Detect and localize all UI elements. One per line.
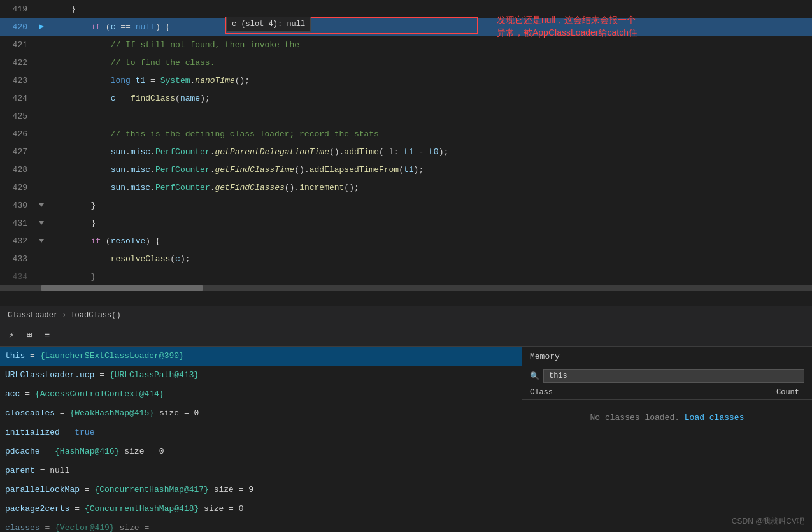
line-number: 428 (0, 165, 35, 175)
var-item-ucp[interactable]: URLClassLoader.ucp = {URLClassPath@413} (0, 366, 522, 385)
code-editor: 419 } 420 if (c == null) { c (slot_4): n… (0, 0, 812, 306)
line-number: 420 (0, 22, 35, 32)
memory-no-classes-text: No classes loaded. Load classes (522, 400, 812, 435)
arrow-icon (38, 23, 45, 31)
var-name: package2certs (5, 504, 69, 514)
var-value: = {ConcurrentHashMap@417} (85, 485, 209, 494)
code-lines: 419 } 420 if (c == null) { c (slot_4): n… (0, 0, 812, 285)
code-line-428: 428 sun.misc.PerfCounter.getFindClassTim… (0, 161, 812, 178)
line-number: 427 (0, 147, 35, 157)
var-value: = {ConcurrentHashMap@418} (75, 504, 199, 514)
fold-icon (38, 201, 45, 209)
line-number: 433 (0, 254, 35, 264)
line-number: 430 (0, 201, 35, 210)
var-item-parallellockmap[interactable]: parallelLockMap = {ConcurrentHashMap@417… (0, 480, 522, 500)
var-item-acc[interactable]: acc = {AccessControlContext@414} (0, 385, 522, 404)
line-number: 429 (0, 183, 35, 192)
var-value: = {Vector@419} (45, 523, 114, 532)
var-value: = {WeakHashMap@415} (60, 408, 154, 418)
memory-col-count: Count (753, 388, 804, 397)
var-value: = {AccessControlContext@414} (25, 389, 164, 399)
svg-marker-2 (39, 221, 44, 225)
memory-search-row: 🔍 (522, 366, 812, 385)
var-null: null (50, 466, 69, 475)
var-item-classes[interactable]: classes = {Vector@419} size = (0, 519, 522, 532)
var-size: size = 0 (204, 504, 243, 514)
chinese-annotation: 发现它还是null，这会结来会报一个 异常，被AppClassLoader给ca… (497, 14, 637, 39)
code-line-424: 424 c = findClass(name); (0, 89, 812, 107)
var-name: this (5, 351, 25, 361)
line-number: 424 (0, 94, 35, 103)
line-content: } (48, 4, 812, 14)
var-item-this[interactable]: this = {Launcher$ExtClassLoader@390} (0, 347, 522, 366)
var-name: URLClassLoader.ucp (5, 370, 94, 380)
line-content: sun.misc.PerfCounter.getFindClasses().in… (48, 183, 812, 192)
memory-title: Memory (530, 352, 560, 361)
line-number: 419 (0, 4, 35, 14)
line-content: } (48, 272, 812, 282)
code-line-426: 426 // this is the defining class loader… (0, 125, 812, 143)
line-number: 434 (0, 272, 35, 282)
code-line-420: 420 if (c == null) { (0, 18, 812, 36)
line-content: if (resolve) { (48, 236, 812, 246)
breadcrumb-class: ClassLoader (8, 311, 58, 320)
line-content: if (c == null) { (48, 22, 812, 32)
line-number: 422 (0, 58, 35, 68)
var-item-pdcache[interactable]: pdcache = {HashMap@416} size = 0 (0, 442, 522, 461)
list-icon[interactable]: ≡ (41, 329, 53, 341)
line-number: 426 (0, 129, 35, 139)
code-scrollbar[interactable] (0, 285, 812, 291)
var-item-package2certs[interactable]: package2certs = {ConcurrentHashMap@418} … (0, 500, 522, 519)
line-content: // to find the class. (48, 58, 812, 68)
var-size: size = 0 (159, 408, 199, 418)
svg-marker-0 (39, 24, 44, 29)
line-gutter (35, 23, 48, 31)
panel-content: this = {Launcher$ExtClassLoader@390} URL… (0, 347, 812, 532)
code-scrollbar-thumb[interactable] (41, 285, 203, 291)
code-line-433: 433 resolveClass(c); (0, 250, 812, 268)
code-line-425: 425 (0, 107, 812, 125)
var-name: classes (5, 523, 40, 532)
line-gutter (35, 219, 48, 227)
memory-search-input[interactable] (543, 369, 804, 383)
code-line-434: 434 } (0, 268, 812, 285)
code-line-431: 431 } (0, 214, 812, 232)
var-equals: = (65, 428, 75, 437)
line-number: 425 (0, 111, 35, 121)
var-name: parent (5, 466, 35, 475)
debug-icon[interactable]: ⚡ (5, 329, 18, 341)
line-content: // this is the defining class loader; re… (48, 129, 812, 139)
var-size: size = 0 (124, 447, 164, 456)
line-number: 432 (0, 236, 35, 246)
load-classes-link[interactable]: Load classes (685, 413, 744, 422)
var-value: = {HashMap@416} (45, 447, 119, 456)
code-line-432: 432 if (resolve) { (0, 232, 812, 250)
var-item-closeables[interactable]: closeables = {WeakHashMap@415} size = 0 (0, 404, 522, 423)
var-item-initialized[interactable]: initialized = true (0, 423, 522, 442)
code-line-427: 427 sun.misc.PerfCounter.getParentDelega… (0, 143, 812, 161)
code-line-421: 421 // If still not found, then invoke t… (0, 36, 812, 54)
line-content: // If still not found, then invoke the (48, 40, 812, 50)
var-size: size = (119, 523, 149, 532)
var-bool: true (75, 428, 94, 437)
var-value: = (40, 466, 50, 475)
no-classes-label: No classes loaded. (590, 413, 680, 422)
line-number: 431 (0, 219, 35, 228)
code-line-429: 429 sun.misc.PerfCounter.getFindClasses(… (0, 178, 812, 196)
line-content: sun.misc.PerfCounter.getFindClassTime().… (48, 165, 812, 175)
line-content: } (48, 201, 812, 210)
fold-icon (38, 237, 45, 245)
line-number: 421 (0, 40, 35, 50)
var-value: = {Launcher$ExtClassLoader@390} (30, 351, 184, 361)
var-item-parent[interactable]: parent = null (0, 461, 522, 480)
chinese-line1: 发现它还是null，这会结来会报一个 (497, 14, 637, 27)
var-value: = {URLClassPath@413} (99, 370, 199, 380)
line-gutter (35, 201, 48, 209)
svg-marker-3 (39, 239, 44, 243)
tooltip-box: c (slot_4): null (226, 17, 311, 32)
panel-toolbar: ⚡ ⊞ ≡ (0, 324, 812, 347)
svg-marker-1 (39, 203, 44, 207)
grid-icon[interactable]: ⊞ (23, 329, 36, 341)
var-name: pdcache (5, 447, 40, 456)
memory-table-header: Class Count (522, 385, 812, 400)
